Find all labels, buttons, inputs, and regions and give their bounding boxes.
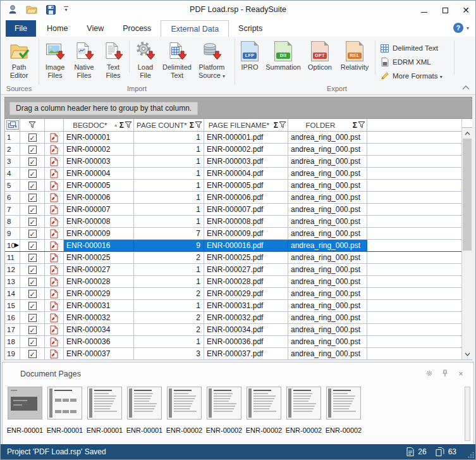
column-header-folder[interactable]: FOLDER Σ xyxy=(288,119,367,131)
row-checkbox-cell[interactable]: ✓ xyxy=(20,336,45,347)
table-row[interactable]: 15✓ENR-0000311ENR-000031.pdfandrea_ring_… xyxy=(5,300,472,312)
save-icon[interactable] xyxy=(45,4,56,15)
page-count-cell[interactable]: 1 xyxy=(134,180,204,191)
page-count-cell[interactable]: 2 xyxy=(134,324,204,335)
row-checkbox-cell[interactable]: ✓ xyxy=(20,192,45,203)
row-checkbox[interactable]: ✓ xyxy=(28,218,37,226)
page-filename-cell[interactable]: ENR-000028.pdf xyxy=(204,276,288,287)
row-checkbox[interactable]: ✓ xyxy=(28,266,37,274)
more-formats-button[interactable]: More Formats ▾ xyxy=(380,70,452,82)
summary-sigma-icon[interactable]: Σ xyxy=(190,121,194,130)
row-checkbox-cell[interactable]: ✓ xyxy=(20,264,45,275)
row-number-cell[interactable]: 5 xyxy=(5,180,20,191)
document-page-thumbnail[interactable]: ENR-00001 xyxy=(47,387,82,442)
page-filename-cell[interactable]: ENR-000016.pdf xyxy=(204,240,288,251)
table-row[interactable]: 1✓ENR-0000011ENR-000001.pdfandrea_ring_0… xyxy=(5,132,472,144)
page-filename-cell[interactable]: ENR-000004.pdf xyxy=(204,168,288,179)
begdoc-cell[interactable]: ENR-000003 xyxy=(64,156,134,167)
row-number-cell[interactable]: 9 xyxy=(5,228,20,239)
document-page-thumbnail[interactable]: ENR-00001 xyxy=(127,387,162,442)
tab-file[interactable]: File xyxy=(6,20,36,37)
summary-sigma-icon[interactable]: Σ xyxy=(353,121,357,130)
row-checkbox-cell[interactable]: ✓ xyxy=(20,144,45,155)
table-row[interactable]: 7✓ENR-0000071ENR-000007.pdfandrea_ring_0… xyxy=(5,204,472,216)
text-files-button[interactable]: Text Files xyxy=(99,40,128,79)
table-row[interactable]: 4✓ENR-0000041ENR-000004.pdfandrea_ring_0… xyxy=(5,168,472,180)
row-checkbox[interactable]: ✓ xyxy=(28,290,37,298)
row-checkbox[interactable]: ✓ xyxy=(28,146,37,154)
begdoc-cell[interactable]: ENR-000032 xyxy=(64,312,134,323)
grid-menu-button[interactable] xyxy=(5,119,20,131)
close-button[interactable]: ✕ xyxy=(461,6,470,15)
folder-cell[interactable]: andrea_ring_000.pst xyxy=(288,348,367,359)
folder-cell[interactable]: andrea_ring_000.pst xyxy=(288,156,367,167)
begdoc-cell[interactable]: ENR-000031 xyxy=(64,300,134,311)
begdoc-cell[interactable]: ENR-000004 xyxy=(64,168,134,179)
page-filename-cell[interactable]: ENR-000027.pdf xyxy=(204,264,288,275)
row-number-cell[interactable]: 16 xyxy=(5,312,20,323)
folder-cell[interactable]: andrea_ring_000.pst xyxy=(288,288,367,299)
table-row[interactable]: 5✓ENR-0000051ENR-000005.pdfandrea_ring_0… xyxy=(5,180,472,192)
path-editor-button[interactable]: Path Editor xyxy=(5,40,33,79)
row-checkbox-cell[interactable]: ✓ xyxy=(20,276,45,287)
page-count-cell[interactable]: 1 xyxy=(134,192,204,203)
folder-cell[interactable]: andrea_ring_000.pst xyxy=(288,192,367,203)
scroll-down-arrow-icon[interactable] xyxy=(462,350,472,359)
begdoc-cell[interactable]: ENR-000005 xyxy=(64,180,134,191)
minimize-button[interactable] xyxy=(420,6,429,15)
column-header-page-filename[interactable]: PAGE FILENAME* Σ xyxy=(204,119,288,131)
summary-sigma-icon[interactable]: Σ xyxy=(274,121,278,130)
tab-view[interactable]: View xyxy=(77,20,113,37)
row-number-cell[interactable]: 11 xyxy=(5,252,20,263)
page-count-cell[interactable]: 1 xyxy=(134,132,204,143)
page-filename-cell[interactable]: ENR-000001.pdf xyxy=(204,132,288,143)
folder-cell[interactable]: andrea_ring_000.pst xyxy=(288,276,367,287)
begdoc-cell[interactable]: ENR-000016 xyxy=(64,240,134,251)
page-count-cell[interactable]: 1 xyxy=(134,276,204,287)
open-folder-icon[interactable] xyxy=(26,4,37,15)
image-files-button[interactable]: Image Files xyxy=(40,40,70,79)
row-checkbox[interactable]: ✓ xyxy=(28,134,37,142)
row-checkbox[interactable]: ✓ xyxy=(28,170,37,178)
page-filename-cell[interactable]: ENR-000007.pdf xyxy=(204,204,288,215)
table-row[interactable]: 6✓ENR-0000061ENR-000006.pdfandrea_ring_0… xyxy=(5,192,472,204)
page-filename-cell[interactable]: ENR-000006.pdf xyxy=(204,192,288,203)
page-count-cell[interactable]: 1 xyxy=(134,336,204,347)
row-checkbox[interactable]: ✓ xyxy=(28,350,37,358)
document-page-thumbnail[interactable]: ENR-00002 xyxy=(326,387,361,442)
page-count-cell[interactable]: 3 xyxy=(134,348,204,359)
document-page-thumbnail[interactable]: ENR-00002 xyxy=(207,387,241,442)
folder-cell[interactable]: andrea_ring_000.pst xyxy=(288,180,367,191)
row-checkbox-cell[interactable]: ✓ xyxy=(20,348,45,359)
begdoc-cell[interactable]: ENR-000034 xyxy=(64,324,134,335)
page-count-cell[interactable]: 2 xyxy=(134,288,204,299)
page-count-cell[interactable]: 2 xyxy=(134,252,204,263)
row-checkbox[interactable]: ✓ xyxy=(28,278,37,286)
page-count-cell[interactable]: 1 xyxy=(134,216,204,227)
row-checkbox-cell[interactable]: ✓ xyxy=(20,216,45,227)
gear-icon[interactable] xyxy=(425,370,433,377)
row-checkbox-cell[interactable]: ✓ xyxy=(20,324,45,335)
checkbox-column-header[interactable] xyxy=(20,119,45,131)
row-checkbox[interactable]: ✓ xyxy=(28,302,37,310)
page-filename-cell[interactable]: ENR-000031.pdf xyxy=(204,300,288,311)
row-checkbox-cell[interactable]: ✓ xyxy=(20,300,45,311)
row-number-cell[interactable]: 1 xyxy=(5,132,20,143)
help-icon[interactable]: ? xyxy=(453,23,463,33)
row-number-cell[interactable]: 8 xyxy=(5,216,20,227)
page-filename-cell[interactable]: ENR-000036.pdf xyxy=(204,336,288,347)
page-filename-cell[interactable]: ENR-000002.pdf xyxy=(204,144,288,155)
row-checkbox-cell[interactable]: ✓ xyxy=(20,180,45,191)
page-filename-cell[interactable]: ENR-000037.pdf xyxy=(204,348,288,359)
row-number-cell[interactable]: 2 xyxy=(5,144,20,155)
document-page-thumbnail[interactable]: ENR-00002 xyxy=(247,387,281,442)
begdoc-cell[interactable]: ENR-000029 xyxy=(64,288,134,299)
summary-sigma-icon[interactable]: Σ xyxy=(119,121,124,130)
row-number-cell[interactable]: 19 xyxy=(5,348,20,359)
row-checkbox-cell[interactable]: ✓ xyxy=(20,288,45,299)
begdoc-cell[interactable]: ENR-000009 xyxy=(64,228,134,239)
row-checkbox-cell[interactable]: ✓ xyxy=(20,204,45,215)
page-count-cell[interactable]: 1 xyxy=(134,204,204,215)
page-filename-cell[interactable]: ENR-000008.pdf xyxy=(204,216,288,227)
page-count-cell[interactable]: 1 xyxy=(134,168,204,179)
